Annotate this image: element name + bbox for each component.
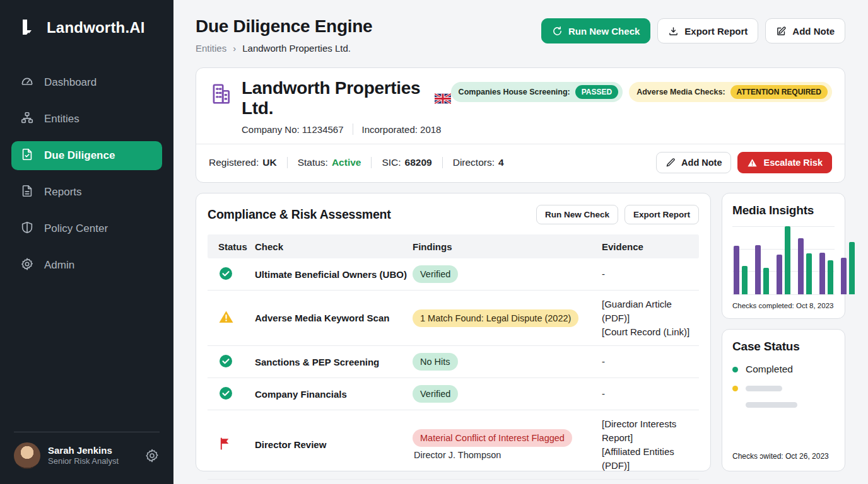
chart-bar-group [819, 226, 833, 294]
divider [353, 124, 353, 135]
run-new-check-button-panel[interactable]: Run New Check [536, 205, 618, 224]
gear-icon [20, 257, 34, 274]
gauge-icon [20, 74, 34, 91]
companies-house-badge: Companies House Screening: PASSED [451, 82, 623, 102]
finding-pill: Material Conflict of Interest Flagged [413, 429, 572, 447]
checks-completed-footer: Checks completed: Oct 26, 2023 [208, 480, 699, 484]
sidebar-item-label: Due Diligence [44, 149, 115, 162]
export-report-button[interactable]: Export Report [657, 18, 758, 43]
settings-gear-icon[interactable] [144, 448, 160, 463]
gridline [732, 294, 835, 295]
case-status-panel: Case Status Completed Checks ɔw [722, 329, 845, 471]
sidebar-item-entities[interactable]: Entities [11, 105, 162, 134]
table-row: Adverse Media Keyword Scan 1 Match Found… [208, 291, 699, 346]
chart-bar [785, 226, 790, 294]
download-icon [668, 26, 679, 37]
badge-label: Adverse Media Checks: [636, 88, 725, 96]
sidebar: Landworth.AI Dashboard Entities Due Dili… [0, 0, 173, 484]
sidebar-item-label: Policy Center [44, 222, 108, 235]
compliance-table: Status Check Findings Evidence Ultimate … [208, 234, 699, 484]
user-name: Sarah Jenkins [48, 444, 137, 457]
shield-icon [20, 221, 34, 238]
skeleton-bar [746, 402, 797, 408]
company-number: Company No: 11234567 [242, 124, 344, 135]
chart-bar [734, 246, 739, 294]
case-status-item [732, 402, 835, 408]
main-content: Due Diligence Engine Entities › Landwort… [173, 0, 868, 484]
escalate-risk-button[interactable]: Escalate Risk [737, 152, 832, 173]
check-circle-icon [218, 386, 233, 403]
chart-bar-group [755, 226, 769, 294]
evidence-text: - [602, 267, 699, 281]
case-status-footer: Checks ɔwited: Oct 26, 2023 [732, 452, 835, 461]
column-findings: Findings [413, 241, 602, 252]
breadcrumb-current: Landworth Properties Ltd. [242, 43, 351, 54]
chart-bar [777, 255, 782, 294]
check-name: Ultimate Beneficial Owners (UBO) [255, 269, 413, 280]
evidence-link[interactable]: [Affiliated Entities (PDF)] [602, 445, 699, 473]
chart-bar [798, 238, 804, 294]
check-name: Director Review [255, 439, 413, 450]
status-dot-yellow [732, 386, 738, 391]
table-row: Company Financials Verified - [208, 378, 699, 410]
table-row: Director Review Material Conflict of Int… [208, 410, 699, 480]
brand-logo[interactable]: Landworth.AI [11, 16, 162, 39]
meta-label: Directors: [453, 157, 495, 168]
user-profile[interactable]: Sarah Jenkins Senior Risk Analyst [11, 442, 162, 473]
sidebar-item-dashboard[interactable]: Dashboard [11, 68, 162, 97]
chart-bar-group [798, 226, 812, 294]
brand-name: Landworth.AI [47, 19, 145, 37]
sidebar-item-label: Dashboard [44, 76, 97, 89]
export-report-button-panel[interactable]: Export Report [625, 205, 699, 224]
meta-label: Status: [298, 157, 328, 168]
export-report-label: Export Report [684, 26, 748, 37]
chart-bar-group [841, 226, 855, 294]
user-role: Senior Risk Analyst [48, 456, 137, 467]
breadcrumb-parent[interactable]: Entities [196, 43, 226, 54]
landworth-logo-icon [16, 16, 39, 39]
chart-bar [819, 253, 825, 294]
meta-value: 68209 [405, 157, 432, 168]
warning-triangle-icon [747, 158, 758, 168]
sidebar-item-policy-center[interactable]: Policy Center [11, 214, 162, 243]
add-note-label: Add Note [792, 26, 835, 37]
run-new-check-label: Run New Check [568, 26, 640, 37]
adverse-media-badge: Adverse Media Checks: ATTENTION REQUIRED [629, 82, 832, 102]
meta-label: Registered: [209, 157, 259, 168]
sidebar-item-label: Reports [44, 186, 82, 199]
status-badge-attention: ATTENTION REQUIRED [730, 85, 828, 99]
evidence-link[interactable]: [Court Record (Link)] [602, 325, 699, 339]
meta-value-status: Active [332, 157, 361, 168]
add-note-label: Add Note [681, 158, 722, 168]
evidence-text: - [602, 387, 699, 401]
sidebar-item-reports[interactable]: Reports [11, 178, 162, 207]
uk-flag-icon [435, 93, 451, 105]
breadcrumb: Entities › Landworth Properties Ltd. [196, 43, 372, 54]
finding-pill: Verified [413, 265, 458, 283]
evidence-link[interactable]: [Director Interests Report] [602, 417, 699, 445]
sidebar-item-admin[interactable]: Admin [11, 251, 162, 280]
table-header: Status Check Findings Evidence [208, 234, 699, 258]
insights-footer: Checks completed: Oct 8, 2023 [732, 302, 835, 309]
status-dot-empty [732, 402, 738, 408]
case-status-item: Completed [732, 364, 835, 375]
sidebar-nav: Dashboard Entities Due Diligence Reports… [11, 68, 162, 280]
warning-triangle-icon [218, 309, 234, 326]
evidence-link[interactable]: [Guardian Article (PDF)] [602, 297, 699, 325]
org-chart-icon [20, 111, 34, 128]
media-insights-title: Media Insights [732, 204, 835, 217]
meta-label: SIC: [382, 157, 401, 168]
check-circle-icon [218, 266, 233, 283]
sidebar-item-due-diligence[interactable]: Due Diligence [11, 141, 162, 170]
check-circle-icon [218, 354, 233, 371]
escalate-risk-label: Escalate Risk [763, 158, 823, 168]
finding-pill: 1 Match Found: Legal Dispute (2022) [413, 309, 578, 327]
edit-square-icon [776, 26, 787, 37]
case-status-item [732, 386, 835, 391]
run-new-check-button[interactable]: Run New Check [541, 18, 650, 43]
check-name: Adverse Media Keyword Scan [255, 313, 413, 323]
avatar [14, 442, 40, 469]
add-note-button-top[interactable]: Add Note [765, 18, 845, 43]
red-flag-icon [218, 436, 233, 453]
add-note-button-card[interactable]: Add Note [656, 152, 731, 173]
